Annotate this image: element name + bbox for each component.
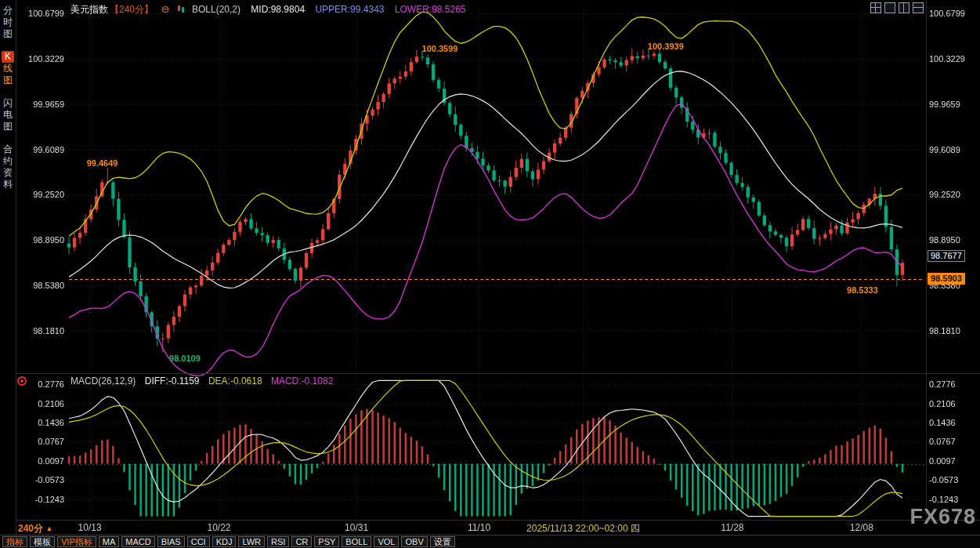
macd-dea-value: DEA:-0.0618 xyxy=(208,376,262,387)
sidebar-item-char: 分 xyxy=(2,5,14,16)
toolbar-button-bias[interactable]: BIAS xyxy=(157,536,185,547)
sidebar-item-char: 约 xyxy=(2,155,14,167)
toolbar-button-cci[interactable]: CCI xyxy=(187,536,210,547)
layout-grid-icon[interactable] xyxy=(870,2,881,13)
macd-params: MACD(26,12,9) xyxy=(71,376,136,387)
toolbar-button-ma[interactable]: MA xyxy=(99,536,120,547)
sidebar-item-char: 图 xyxy=(2,121,14,132)
boll-lower-value: LOWER:98.5265 xyxy=(395,4,466,15)
sidebar-item-kline-chart[interactable]: K线图 xyxy=(2,51,14,86)
layout-icons-group xyxy=(870,2,924,13)
dropdown-arrow-icon: ▲ xyxy=(45,524,52,532)
boll-upper-value: UPPER:99.4343 xyxy=(315,4,384,15)
left-sidebar: 分时图K线图闪电图合约资料 xyxy=(0,0,16,535)
trading-chart-app: 100.6799100.6799100.3229100.322999.96599… xyxy=(0,0,980,548)
sidebar-item-char: 线 xyxy=(2,63,14,74)
toolbar-button-obv[interactable]: OBV xyxy=(401,536,427,547)
kline-chart-canvas[interactable] xyxy=(0,0,980,548)
sidebar-item-char: K xyxy=(2,51,14,63)
layout-split-horizontal-icon[interactable] xyxy=(913,2,924,13)
toolbar-button-vip-indicator[interactable]: VIP指标 xyxy=(57,536,96,547)
indicator-dot-inner xyxy=(20,379,24,383)
sidebar-item-char: 闪 xyxy=(2,97,14,109)
sidebar-item-contract-info[interactable]: 合约资料 xyxy=(2,143,14,191)
candle-down-bar xyxy=(182,7,184,13)
period-label: 【240分】 xyxy=(110,4,154,15)
panel-divider xyxy=(16,373,980,374)
chart-header: 美元指数【240分】 ⊖ BOLL(20,2) MID:98.9804 UPPE… xyxy=(71,3,466,16)
candle-up-bar xyxy=(178,5,180,11)
sidebar-divider xyxy=(16,0,16,535)
boll-mid-value: MID:98.9804 xyxy=(251,4,305,15)
candlestick-icon xyxy=(177,5,186,13)
bottom-toolbar: 指标模板VIP指标MAMACDBIASCCIKDJLWRRSICRPSYBOLL… xyxy=(0,535,980,548)
layout-split-vertical-icon[interactable] xyxy=(899,2,909,13)
macd-macd-value: MACD:-0.1082 xyxy=(271,376,333,387)
right-axis-divider xyxy=(926,0,927,520)
macd-diff-value: DIFF:-0.1159 xyxy=(145,376,200,387)
toolbar-button-template[interactable]: 模板 xyxy=(30,536,55,547)
toolbar-button-boll[interactable]: BOLL xyxy=(342,536,371,547)
boll-label: BOLL(20,2) xyxy=(192,4,240,15)
period-text: 240分 xyxy=(18,523,43,534)
sidebar-item-char: 料 xyxy=(2,179,14,191)
indicator-dot-icon[interactable] xyxy=(17,376,27,386)
layout-single-icon[interactable] xyxy=(884,2,895,13)
toolbar-button-macd[interactable]: MACD xyxy=(121,536,154,547)
toolbar-button-indicator[interactable]: 指标 xyxy=(2,536,27,547)
sidebar-item-time-chart[interactable]: 分时图 xyxy=(2,5,14,40)
sidebar-item-char: 图 xyxy=(2,28,14,40)
toolbar-button-rsi[interactable]: RSI xyxy=(267,536,289,547)
xaxis-divider xyxy=(16,520,980,521)
sidebar-item-flash-chart[interactable]: 闪电图 xyxy=(2,97,14,132)
watermark: FX678 xyxy=(909,505,976,529)
sidebar-item-char: 时 xyxy=(2,16,14,28)
sidebar-item-char: 资 xyxy=(2,167,14,179)
toolbar-button-psy[interactable]: PSY xyxy=(314,536,339,547)
toolbar-button-lwr[interactable]: LWR xyxy=(238,536,265,547)
toolbar-button-vol[interactable]: VOL xyxy=(374,536,399,547)
sidebar-item-char: 电 xyxy=(2,109,14,121)
toolbar-button-settings[interactable]: 设置 xyxy=(430,536,455,547)
sidebar-item-char: 图 xyxy=(2,74,14,86)
toolbar-button-cr[interactable]: CR xyxy=(291,536,312,547)
symbol-name: 美元指数 xyxy=(71,4,108,15)
sidebar-item-char: 合 xyxy=(2,143,14,155)
collapse-icon[interactable]: ⊖ xyxy=(161,3,169,15)
toolbar-button-kdj[interactable]: KDJ xyxy=(212,536,237,547)
period-selector[interactable]: 240分 ▲ xyxy=(18,522,52,535)
macd-header: MACD(26,12,9) DIFF:-0.1159 DEA:-0.0618 M… xyxy=(71,376,333,387)
